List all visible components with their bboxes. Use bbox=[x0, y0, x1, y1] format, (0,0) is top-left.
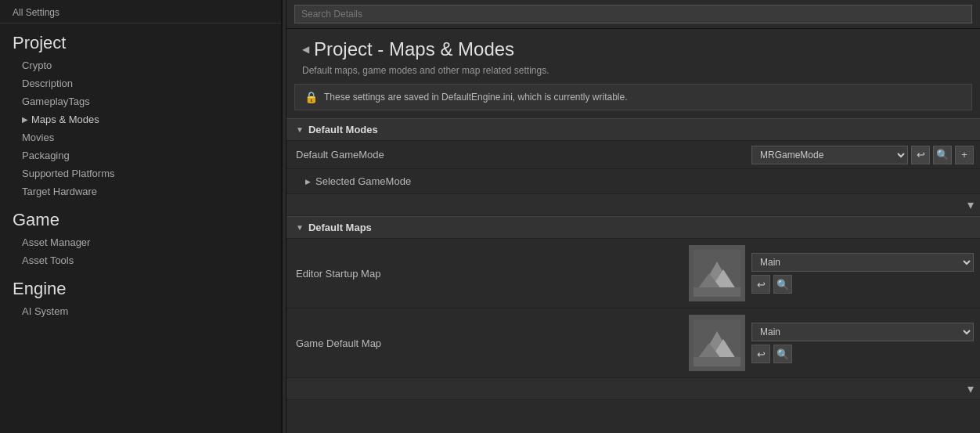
default-gamemode-add-button[interactable]: + bbox=[955, 146, 974, 164]
maps-modes-arrow: ▶ bbox=[22, 115, 28, 124]
default-modes-header[interactable]: ▼ Default Modes bbox=[286, 118, 980, 141]
project-section-label: Project bbox=[0, 23, 281, 56]
search-input[interactable] bbox=[294, 5, 972, 23]
default-maps-header[interactable]: ▼ Default Maps bbox=[286, 216, 980, 239]
game-default-map-control: Main None ↩ 🔍 bbox=[745, 319, 980, 366]
all-settings-link[interactable]: All Settings bbox=[13, 7, 59, 18]
game-default-map-label: Game Default Map bbox=[286, 333, 689, 354]
game-default-map-thumbnail bbox=[689, 315, 745, 371]
default-maps-expand-button[interactable]: ▾ bbox=[967, 381, 974, 396]
editor-startup-map-search-button[interactable]: 🔍 bbox=[773, 275, 792, 294]
default-maps-tri-icon: ▼ bbox=[296, 223, 304, 232]
editor-startup-map-control: Main None ↩ 🔍 bbox=[745, 250, 980, 297]
sidebar-top: All Settings bbox=[0, 0, 281, 23]
default-gamemode-select[interactable]: MRGameMode GameMode GameModeBase bbox=[751, 146, 908, 164]
svg-rect-4 bbox=[694, 287, 740, 297]
default-modes-tri-icon: ▼ bbox=[296, 125, 304, 134]
sidebar-item-crypto[interactable]: Crypto bbox=[0, 56, 281, 74]
editor-startup-map-reset-button[interactable]: ↩ bbox=[751, 275, 770, 294]
default-gamemode-control: MRGameMode GameMode GameModeBase ↩ 🔍 + bbox=[745, 143, 980, 168]
game-default-map-select[interactable]: Main None bbox=[751, 323, 974, 341]
default-gamemode-search-button[interactable]: 🔍 bbox=[933, 146, 952, 164]
sidebar-item-maps-modes[interactable]: ▶ Maps & Modes bbox=[0, 110, 281, 128]
default-maps-expand-row: ▾ bbox=[286, 378, 980, 400]
selected-gamemode-label: ▶ Selected GameMode bbox=[286, 171, 980, 192]
default-maps-label: Default Maps bbox=[308, 222, 372, 233]
page-header: ◀ Project - Maps & Modes bbox=[286, 29, 980, 63]
sidebar-item-supported-platforms[interactable]: Supported Platforms bbox=[0, 164, 281, 182]
sidebar-item-description[interactable]: Description bbox=[0, 74, 281, 92]
editor-startup-map-thumbnail bbox=[689, 245, 745, 301]
game-section-label: Game bbox=[0, 200, 281, 233]
default-gamemode-reset-button[interactable]: ↩ bbox=[911, 146, 930, 164]
editor-startup-map-actions-row: ↩ 🔍 bbox=[751, 275, 974, 294]
engine-section-label: Engine bbox=[0, 269, 281, 302]
editor-startup-map-row: Editor Startup Map Main None ↩ 🔍 bbox=[286, 239, 980, 309]
svg-rect-9 bbox=[694, 357, 740, 366]
page-title: Project - Maps & Modes bbox=[314, 38, 514, 60]
selected-gamemode-row: ▶ Selected GameMode bbox=[286, 169, 980, 194]
editor-startup-map-select-row: Main None bbox=[751, 253, 974, 272]
main-content: ◀ Project - Maps & Modes Default maps, g… bbox=[286, 0, 980, 433]
game-default-map-search-button[interactable]: 🔍 bbox=[773, 345, 792, 363]
sidebar-item-movies[interactable]: Movies bbox=[0, 128, 281, 146]
sidebar-item-ai-system[interactable]: AI System bbox=[0, 302, 281, 320]
default-modes-expand-row: ▾ bbox=[286, 194, 980, 216]
default-gamemode-row: Default GameMode MRGameMode GameMode Gam… bbox=[286, 141, 980, 169]
sidebar-item-asset-manager[interactable]: Asset Manager bbox=[0, 233, 281, 251]
game-default-map-actions-row: ↩ 🔍 bbox=[751, 345, 974, 363]
info-text: These settings are saved in DefaultEngin… bbox=[324, 92, 628, 103]
sidebar-item-asset-tools[interactable]: Asset Tools bbox=[0, 251, 281, 269]
game-default-map-select-row: Main None bbox=[751, 323, 974, 341]
selected-gamemode-tri-icon: ▶ bbox=[305, 178, 311, 186]
game-default-map-reset-button[interactable]: ↩ bbox=[751, 345, 770, 363]
default-gamemode-label: Default GameMode bbox=[286, 144, 745, 165]
sidebar-item-packaging[interactable]: Packaging bbox=[0, 146, 281, 164]
game-default-map-row: Game Default Map Main None ↩ 🔍 bbox=[286, 309, 980, 378]
default-modes-expand-button[interactable]: ▾ bbox=[967, 197, 974, 212]
sidebar-item-target-hardware[interactable]: Target Hardware bbox=[0, 182, 281, 200]
search-bar bbox=[286, 0, 980, 29]
lock-icon: 🔒 bbox=[304, 91, 318, 103]
collapse-arrow-icon[interactable]: ◀ bbox=[302, 44, 309, 55]
editor-startup-map-label: Editor Startup Map bbox=[286, 263, 689, 284]
info-bar: 🔒 These settings are saved in DefaultEng… bbox=[294, 84, 972, 110]
default-modes-label: Default Modes bbox=[308, 124, 378, 135]
sidebar-item-gameplaytags[interactable]: GameplayTags bbox=[0, 92, 281, 110]
page-subtitle: Default maps, game modes and other map r… bbox=[286, 63, 980, 84]
editor-startup-map-select[interactable]: Main None bbox=[751, 253, 974, 272]
sidebar: All Settings Project Crypto Description … bbox=[0, 0, 282, 433]
